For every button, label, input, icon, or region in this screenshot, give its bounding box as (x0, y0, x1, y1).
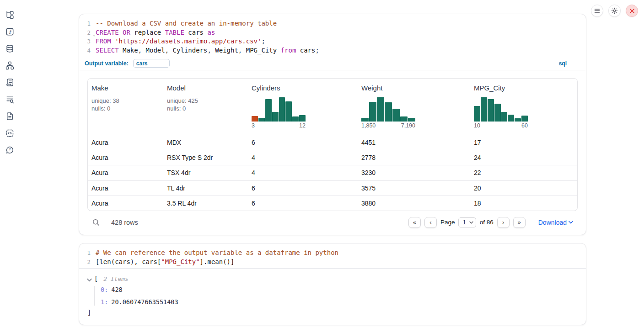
menu-icon[interactable] (591, 5, 603, 17)
first-page-button[interactable]: « (408, 217, 421, 228)
table-cell: TSX 4dr (163, 169, 248, 176)
column-name: Weight (361, 84, 467, 92)
histogram-bar[interactable] (385, 102, 392, 122)
documentation-icon[interactable] (5, 111, 15, 121)
histogram-bar[interactable] (279, 97, 285, 122)
column-stats: unique: 38nulls: 0 (91, 97, 160, 112)
help-icon[interactable]: ? (5, 145, 15, 154)
language-badge[interactable]: sql (556, 60, 569, 67)
download-button[interactable]: Download (536, 218, 576, 227)
shutdown-close-icon[interactable] (626, 5, 638, 17)
tree-entry-value: 20.060747663551403 (111, 298, 178, 306)
pagination: « ‹ Page 1 of 86 › » Download (408, 217, 576, 228)
histogram-axis: 1,8507,190 (361, 122, 415, 129)
code-line: 2⌄CREATE OR replace TABLE cars as (79, 28, 586, 37)
histogram-bar[interactable] (474, 106, 480, 122)
code-line: 1-- Download a CSV and create an in-memo… (79, 19, 586, 28)
table-cell: 6 (248, 185, 358, 192)
line-number: 1 (79, 19, 96, 28)
logs-search-icon[interactable] (5, 95, 15, 104)
sql-code-editor[interactable]: 1-- Download a CSV and create an in-memo… (79, 14, 586, 57)
column-header-make[interactable]: Makeunique: 38nulls: 0 (88, 84, 163, 135)
histogram-bar[interactable] (252, 116, 258, 122)
table-row: AcuraRSX Type S 2dr4277824 (88, 150, 577, 165)
column-header-mpg_city[interactable]: MPG_City1060 (470, 84, 577, 135)
tree-collapse-icon[interactable] (87, 276, 92, 281)
next-page-button[interactable]: › (497, 217, 510, 228)
table-cell: 4451 (358, 139, 470, 146)
histogram-bar[interactable] (508, 115, 514, 122)
column-header-weight[interactable]: Weight1,8507,190 (358, 84, 470, 135)
histogram-bar[interactable] (258, 118, 265, 122)
table-footer: 428 rows « ‹ Page 1 of 86 › » Download (87, 213, 578, 232)
file-explorer-icon[interactable] (5, 10, 15, 19)
histogram-bar[interactable] (494, 104, 501, 122)
line-number: 4 (79, 46, 96, 55)
histogram-bar[interactable] (501, 112, 508, 122)
scratchpad-icon[interactable] (5, 78, 15, 87)
histogram-bar[interactable] (400, 116, 408, 122)
tree-close-bracket: ] (87, 309, 577, 316)
helper-functions-icon[interactable]: f (5, 27, 15, 36)
column-histogram: 1,8507,190 (361, 97, 415, 129)
histogram-bar[interactable] (377, 97, 384, 122)
prev-page-button[interactable]: ‹ (424, 217, 437, 228)
table-cell: 3880 (358, 200, 470, 207)
tree-entry: 0:428 (101, 286, 577, 293)
histogram-bar[interactable] (265, 99, 272, 122)
table-cell: 4 (248, 154, 358, 161)
code-line: 1# We can reference the output variable … (79, 248, 586, 258)
line-number: 1 (79, 248, 96, 258)
notebook-actions (591, 5, 638, 17)
snippets-icon[interactable] (5, 128, 15, 137)
settings-gear-icon[interactable] (608, 5, 621, 17)
dependency-graph-icon[interactable] (5, 61, 15, 70)
download-label: Download (538, 219, 567, 226)
page-label: Page (440, 219, 455, 226)
table-cell: MDX (163, 139, 248, 146)
histogram-bar[interactable] (272, 112, 279, 122)
table-cell: Acura (88, 200, 163, 207)
code-line: 2[len(cars), cars["MPG_City"].mean()] (79, 258, 586, 267)
table-cell: Acura (88, 139, 163, 146)
line-number: 2⌄ (79, 28, 96, 37)
histogram-bar[interactable] (392, 109, 400, 122)
line-number: 3 (79, 37, 96, 46)
page-select[interactable]: 1 (458, 217, 476, 227)
table-cell: 22 (470, 169, 577, 176)
histogram-bar[interactable] (299, 115, 306, 122)
table-row: AcuraTL 4dr6357520 (88, 180, 577, 196)
column-name: Make (91, 84, 160, 92)
histogram-bar[interactable] (481, 97, 487, 122)
python-code-editor[interactable]: 1# We can reference the output variable … (79, 243, 586, 268)
column-stats: unique: 425nulls: 0 (167, 97, 244, 112)
tree-items-count: 2 Items (103, 275, 129, 282)
table-cell: RSX Type S 2dr (163, 154, 248, 161)
last-page-button[interactable]: » (513, 217, 526, 228)
histogram-bar[interactable] (292, 116, 299, 122)
row-count-label: 428 rows (111, 219, 138, 226)
sql-output-area: Makeunique: 38nulls: 0Modelunique: 425nu… (79, 70, 586, 232)
column-histogram: 312 (252, 97, 306, 129)
python-output-tree: [ 2 Items 0:428 1:20.060747663551403 ] (79, 269, 586, 316)
column-header-cylinders[interactable]: Cylinders312 (248, 84, 358, 135)
line-number: 2 (79, 258, 96, 267)
histogram-bar[interactable] (285, 101, 292, 122)
histogram-bar[interactable] (361, 118, 369, 122)
output-variable-input[interactable] (133, 59, 170, 68)
table-cell: TL 4dr (163, 185, 248, 192)
page-select-value: 1 (462, 219, 466, 226)
histogram-bar[interactable] (515, 118, 521, 122)
tree-entries: 0:428 1:20.060747663551403 (94, 286, 577, 306)
histogram-bar[interactable] (521, 116, 528, 122)
column-header-model[interactable]: Modelunique: 425nulls: 0 (163, 84, 248, 135)
histogram-bar[interactable] (408, 118, 415, 122)
table-cell: 3.5 RL 4dr (163, 200, 248, 207)
histogram-bar[interactable] (488, 99, 494, 122)
table-cell: 4 (248, 169, 358, 176)
search-icon[interactable] (92, 218, 100, 227)
output-variable-label: Output variable: (85, 60, 129, 67)
output-variable-row: Output variable: sql (79, 57, 586, 70)
histogram-bar[interactable] (369, 102, 376, 122)
datasources-icon[interactable] (5, 44, 15, 53)
